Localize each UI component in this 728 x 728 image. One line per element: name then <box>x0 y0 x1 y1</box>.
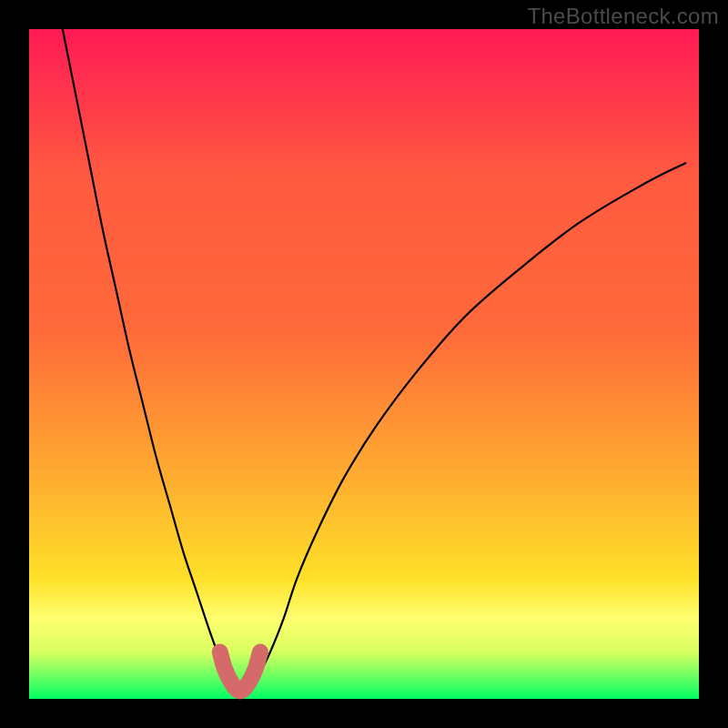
gradient-background <box>29 29 699 699</box>
chart-container: TheBottleneck.com <box>0 0 728 728</box>
watermark-text: TheBottleneck.com <box>527 4 719 29</box>
bottleneck-chart <box>0 0 728 728</box>
